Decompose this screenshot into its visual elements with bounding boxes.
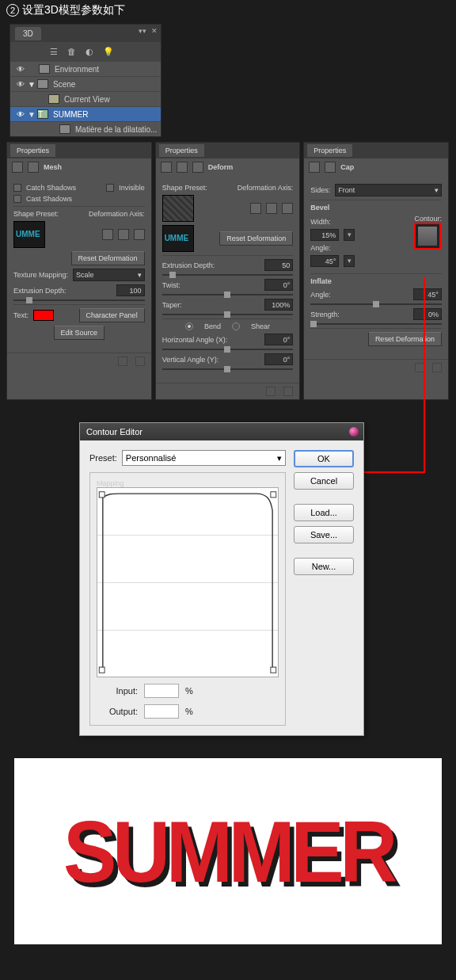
camera-icon — [48, 94, 59, 104]
bevel-width-dropdown[interactable]: ▾ — [344, 229, 355, 241]
reset-deformation-button[interactable]: Reset Deformation — [71, 251, 145, 265]
taper-input[interactable]: 100% — [264, 299, 293, 311]
page-title: 2 设置3D模型参数如下 — [0, 0, 456, 21]
dialog-titlebar[interactable]: Contour Editor — [80, 423, 363, 440]
panel-icon[interactable] — [118, 357, 127, 366]
tab-properties[interactable]: Properties — [307, 144, 352, 157]
trash-icon[interactable] — [432, 363, 442, 372]
bevel-width-input[interactable]: 15% — [310, 229, 339, 241]
shape-preset-swatch[interactable] — [162, 195, 194, 222]
eye-icon[interactable]: 👁 — [13, 110, 28, 119]
cancel-button[interactable]: Cancel — [294, 472, 354, 490]
light-icon[interactable]: 💡 — [103, 47, 114, 57]
shape-preset-swatch[interactable] — [13, 221, 45, 248]
trash-icon[interactable]: 🗑 — [67, 47, 76, 56]
chevron-down-icon[interactable]: ▼ — [28, 80, 37, 89]
svg-rect-3 — [271, 492, 276, 498]
taper-slider[interactable] — [162, 314, 294, 315]
trash-icon[interactable] — [283, 387, 293, 396]
load-button[interactable]: Load... — [294, 504, 354, 521]
deform-mode-icon[interactable] — [177, 162, 188, 173]
cast-shadows-checkbox[interactable] — [13, 195, 21, 203]
taper-label: Taper: — [162, 301, 229, 309]
inflate-angle-input[interactable]: 45° — [413, 288, 442, 300]
preset-select[interactable]: Personnalisé▾ — [122, 450, 286, 466]
eye-icon[interactable]: 👁 — [13, 65, 28, 74]
shear-radio[interactable] — [232, 322, 240, 330]
horizontal-angle-slider[interactable] — [162, 349, 294, 350]
twist-input[interactable]: 0° — [264, 279, 293, 291]
chevron-down-icon[interactable]: ▼ — [28, 110, 37, 119]
extrusion-depth-input[interactable]: 100 — [116, 284, 145, 296]
close-icon[interactable]: ✕ — [151, 27, 158, 35]
close-icon[interactable] — [349, 427, 359, 437]
tab-properties[interactable]: Properties — [10, 144, 55, 157]
bend-radio[interactable] — [185, 322, 193, 330]
cap-mode-icon[interactable] — [309, 162, 320, 173]
horizontal-angle-input[interactable]: 0° — [264, 334, 293, 345]
trash-icon[interactable] — [135, 357, 145, 366]
extrusion-depth-input[interactable]: 50 — [264, 259, 293, 271]
extrusion-depth-label: Extrusion Depth: — [13, 287, 75, 295]
svg-rect-1 — [271, 667, 276, 673]
deform-mode-icon[interactable] — [161, 162, 172, 173]
input-field[interactable] — [144, 684, 179, 698]
scene-tree: 👁 Environment 👁▼ Scene Current View 👁▼ T… — [10, 61, 161, 136]
inflate-strength-slider[interactable] — [310, 323, 442, 325]
panel-collapse-icon[interactable]: ▾▾ — [139, 27, 146, 35]
contour-swatch[interactable] — [414, 223, 441, 250]
contour-curve-editor[interactable] — [97, 487, 279, 677]
mesh-mode-icon[interactable] — [28, 162, 39, 173]
panel-3d-tabbar: 3D ▾▾ ✕ — [10, 25, 161, 42]
axis-x-icon[interactable] — [102, 229, 113, 240]
axis-z-icon[interactable] — [282, 203, 293, 214]
texture-mapping-label: Texture Mapping: — [13, 271, 68, 279]
sides-label: Sides: — [310, 186, 330, 194]
text-color-swatch[interactable] — [33, 310, 54, 321]
properties-mesh-panel: Properties Mesh Catch Shadows Invisible … — [6, 142, 152, 400]
reset-deformation-button[interactable]: Reset Deformation — [368, 332, 442, 346]
tree-row-summer[interactable]: 👁▼ T SUMMER — [10, 106, 161, 121]
tree-row-environment[interactable]: 👁 Environment — [10, 61, 161, 76]
save-button[interactable]: Save... — [294, 526, 354, 543]
edit-source-button[interactable]: Edit Source — [54, 326, 105, 340]
filter-icon[interactable]: ☰ — [50, 47, 58, 57]
render-icon[interactable]: ◐ — [86, 47, 93, 57]
catch-shadows-checkbox[interactable] — [13, 184, 21, 192]
axis-y-icon[interactable] — [266, 203, 277, 214]
mesh-mode-icon[interactable] — [12, 162, 23, 173]
reset-deformation-button[interactable]: Reset Deformation — [219, 231, 293, 246]
output-field[interactable] — [144, 704, 179, 719]
texture-mapping-select[interactable]: Scale▾ — [73, 269, 145, 281]
character-panel-button[interactable]: Character Panel — [79, 308, 145, 322]
bevel-angle-dropdown[interactable]: ▾ — [344, 255, 355, 267]
axis-x-icon[interactable] — [250, 203, 261, 214]
cap-mode-icon[interactable] — [325, 162, 336, 173]
new-button[interactable]: New... — [294, 558, 354, 575]
mapping-group: Mapping Input:% Output:% — [89, 472, 286, 726]
vertical-angle-slider[interactable] — [162, 368, 294, 370]
extrusion-depth-slider[interactable] — [13, 299, 145, 301]
twist-slider[interactable] — [162, 294, 294, 296]
ok-button[interactable]: OK — [294, 450, 354, 467]
panel-3d: 3D ▾▾ ✕ ☰ 🗑 ◐ 💡 👁 Environment 👁▼ Scene C… — [10, 24, 162, 137]
eye-icon[interactable]: 👁 — [13, 80, 28, 89]
inflate-strength-input[interactable]: 0% — [413, 308, 442, 320]
deformation-axis-label: Deformation Axis: — [89, 210, 145, 218]
tab-properties[interactable]: Properties — [159, 144, 204, 157]
tab-3d[interactable]: 3D — [15, 27, 41, 40]
invisible-checkbox[interactable] — [106, 184, 114, 192]
tree-row-currentview[interactable]: Current View — [10, 91, 161, 106]
axis-z-icon[interactable] — [134, 229, 145, 240]
tree-row-material[interactable]: Matière de la dilatatio... — [10, 121, 161, 136]
sides-select[interactable]: Front▾ — [335, 184, 442, 196]
bevel-angle-input[interactable]: 45° — [310, 255, 339, 267]
tree-row-scene[interactable]: 👁▼ Scene — [10, 76, 161, 91]
shape-preset-label: Shape Preset: — [13, 210, 59, 218]
deform-mode-icon[interactable] — [192, 162, 203, 173]
panel-icon[interactable] — [266, 387, 276, 396]
vertical-angle-input[interactable]: 0° — [264, 353, 293, 365]
inflate-angle-slider[interactable] — [310, 303, 442, 305]
extrusion-depth-slider[interactable] — [162, 274, 294, 276]
axis-y-icon[interactable] — [118, 229, 129, 240]
